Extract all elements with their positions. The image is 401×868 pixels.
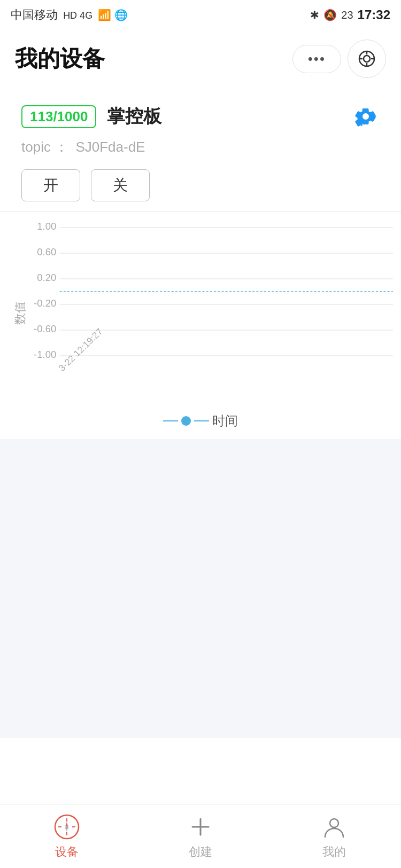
btn-on[interactable]: 开 xyxy=(21,169,80,201)
plus-icon xyxy=(188,815,213,839)
svg-text:0.20: 0.20 xyxy=(37,272,56,283)
more-options-button[interactable]: ••• xyxy=(292,45,341,73)
bottom-nav: 设备 创建 我的 xyxy=(0,804,401,868)
chart-legend: 时间 xyxy=(5,404,396,434)
svg-point-1 xyxy=(364,56,370,62)
chart-svg: 1.00 0.60 0.20 -0.20 -0.60 -1.00 xyxy=(32,222,396,382)
network-type: HD 4G xyxy=(63,10,92,21)
compass-icon xyxy=(53,813,81,841)
svg-point-30 xyxy=(330,819,338,827)
nav-label-create: 创建 xyxy=(189,844,212,860)
page-title: 我的设备 xyxy=(15,44,105,74)
device-settings-button[interactable] xyxy=(352,103,380,130)
btn-off[interactable]: 关 xyxy=(91,169,150,201)
carrier-text: 中国移动 HD 4G 📶 🌐 xyxy=(11,7,128,23)
legend-dash-left xyxy=(163,420,178,421)
svg-text:3-22 12:19:27: 3-22 12:19:27 xyxy=(56,326,105,373)
empty-content-area xyxy=(0,439,401,738)
chart-inner: 1.00 0.60 0.20 -0.20 -0.60 -1.00 xyxy=(32,222,396,393)
devices-nav-icon xyxy=(53,813,81,841)
create-nav-icon xyxy=(187,813,214,841)
battery-text: 23 xyxy=(341,9,353,21)
button-row: 开 关 xyxy=(11,164,390,211)
status-time: 17:32 xyxy=(358,7,390,22)
header-actions: ••• xyxy=(292,40,386,78)
nav-label-devices: 设备 xyxy=(55,844,79,860)
nav-item-create[interactable]: 创建 xyxy=(168,813,233,860)
topic-separator: ： xyxy=(55,139,68,155)
y-axis-label: 数值 xyxy=(12,301,28,325)
topic-row: topic ： SJ0Fda-dE xyxy=(11,135,390,164)
svg-point-6 xyxy=(363,113,369,120)
legend-dot xyxy=(181,416,191,426)
device-id-badge: 113/1000 xyxy=(21,105,96,128)
svg-text:-1.00: -1.00 xyxy=(34,349,56,360)
bluetooth-icon: ✱ xyxy=(310,9,319,21)
chart-container: 数值 1.00 0.60 0.20 -0.20 xyxy=(5,222,396,404)
svg-text:1.00: 1.00 xyxy=(37,222,56,232)
mine-nav-icon xyxy=(320,813,348,841)
card-header: 113/1000 掌控板 xyxy=(11,93,390,135)
scan-button[interactable] xyxy=(348,40,386,78)
header: 我的设备 ••• xyxy=(0,30,401,88)
svg-text:-0.20: -0.20 xyxy=(34,298,56,309)
status-bar: 中国移动 HD 4G 📶 🌐 ✱ 🔕 23 17:32 xyxy=(0,0,401,30)
topic-value: SJ0Fda-dE xyxy=(75,139,145,155)
legend-dash-right xyxy=(194,420,209,421)
status-right: ✱ 🔕 23 17:32 xyxy=(310,7,390,22)
nav-label-mine: 我的 xyxy=(322,844,346,860)
svg-text:-0.60: -0.60 xyxy=(34,323,56,334)
person-icon xyxy=(322,815,346,839)
bell-icon: 🔕 xyxy=(323,9,337,21)
legend-label: 时间 xyxy=(212,412,238,429)
chart-area: 数值 1.00 0.60 0.20 -0.20 xyxy=(0,212,401,439)
device-name: 掌控板 xyxy=(107,104,352,129)
svg-text:0.60: 0.60 xyxy=(37,246,56,257)
scan-icon xyxy=(357,49,376,68)
topic-label: topic xyxy=(21,139,51,155)
device-card: 113/1000 掌控板 topic ： SJ0Fda-dE 开 关 xyxy=(11,93,390,211)
legend-item-time: 时间 xyxy=(163,412,238,429)
nav-item-devices[interactable]: 设备 xyxy=(35,813,99,860)
gear-icon xyxy=(353,104,379,129)
nav-item-mine[interactable]: 我的 xyxy=(302,813,366,860)
